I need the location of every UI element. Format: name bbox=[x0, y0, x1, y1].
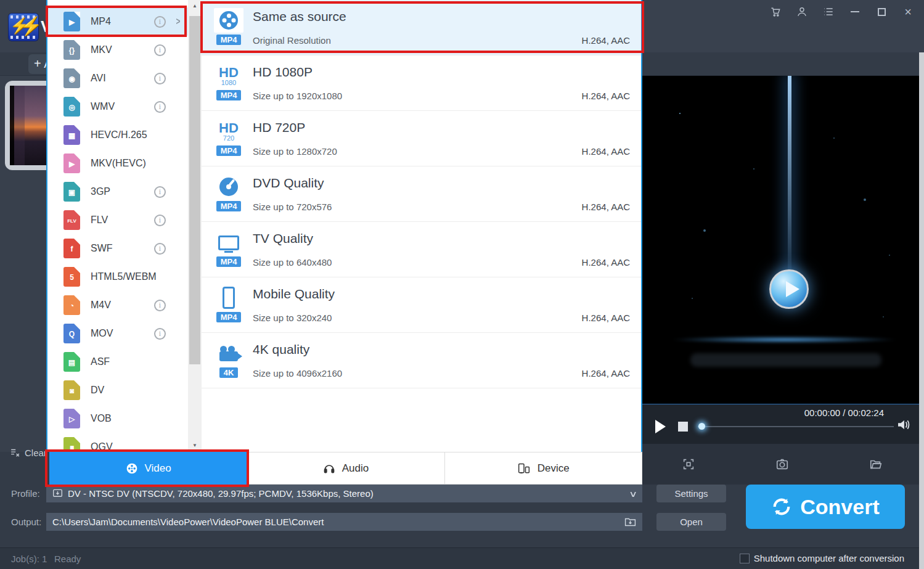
devices-icon bbox=[517, 462, 531, 475]
format-item-html5-webm[interactable]: 5HTML5/WEBM bbox=[47, 263, 188, 291]
format-glyph: ▶ bbox=[69, 18, 75, 27]
preset-codec: H.264, AAC bbox=[582, 257, 630, 268]
add-file-button[interactable]: + A bbox=[28, 54, 46, 74]
format-item-m4v[interactable]: ◔M4Vi bbox=[47, 291, 188, 319]
close-icon[interactable]: × bbox=[902, 6, 914, 18]
format-item-vob[interactable]: ▷VOB bbox=[47, 404, 188, 433]
output-path-field[interactable]: C:\Users\Jam\Documents\VideoPower\VideoP… bbox=[46, 513, 642, 531]
format-item-3gp[interactable]: ▣3GPi bbox=[47, 178, 188, 206]
playback-time: 00:00:00 / 00:02:24 bbox=[804, 407, 884, 418]
profile-label: Profile: bbox=[11, 488, 40, 499]
format-item-wmv[interactable]: ◎WMVi bbox=[47, 92, 188, 121]
volume-icon[interactable] bbox=[897, 419, 910, 433]
format-item-ogv[interactable]: ■OGV bbox=[47, 433, 188, 452]
convert-button[interactable]: Convert bbox=[746, 485, 905, 529]
format-label: VOB bbox=[91, 413, 112, 424]
preset-item-hd-1080p[interactable]: HD1080MP4HD 1080PSize up to 1920x1080H.2… bbox=[202, 55, 641, 111]
open-button[interactable]: Open bbox=[656, 513, 726, 531]
format-scrollbar[interactable]: ▲ ▼ bbox=[188, 0, 202, 452]
format-item-swf[interactable]: fSWFi bbox=[47, 234, 188, 263]
format-glyph: Q bbox=[69, 330, 75, 338]
format-label: FLV bbox=[91, 215, 108, 226]
info-icon[interactable]: i bbox=[154, 215, 166, 226]
cart-icon[interactable] bbox=[769, 6, 782, 18]
fullscreen-icon[interactable] bbox=[682, 457, 695, 473]
seek-handle[interactable] bbox=[698, 423, 705, 430]
preset-item-same-as-source[interactable]: MP4Same as sourceOriginal ResolutionH.26… bbox=[202, 0, 641, 55]
preset-icon: MP4 bbox=[214, 8, 243, 45]
preset-item-tv-quality[interactable]: MP4TV QualitySize up to 640x480H.264, AA… bbox=[202, 222, 641, 277]
chevron-down-icon: ∨ bbox=[629, 489, 637, 499]
tab-device[interactable]: Device bbox=[445, 452, 642, 485]
format-file-icon: ◉ bbox=[63, 68, 80, 88]
format-item-flv[interactable]: FLVFLVi bbox=[47, 206, 188, 234]
preset-icon: 4K bbox=[214, 341, 243, 378]
thumbnail-image bbox=[10, 86, 46, 165]
preset-icon: HD720MP4 bbox=[214, 119, 243, 156]
info-icon[interactable]: i bbox=[154, 186, 166, 198]
format-item-avi[interactable]: ◉AVIi bbox=[47, 64, 188, 92]
user-icon[interactable] bbox=[796, 6, 808, 18]
scroll-down-icon[interactable]: ▼ bbox=[188, 440, 202, 452]
preset-item-mobile-quality[interactable]: MP4Mobile QualitySize up to 320x240H.264… bbox=[202, 277, 641, 333]
shutdown-option[interactable]: Shutdown computer after conversion bbox=[740, 553, 904, 563]
info-icon[interactable]: i bbox=[154, 243, 166, 255]
preset-list: MP4Same as sourceOriginal ResolutionH.26… bbox=[202, 0, 641, 388]
format-file-icon: 5 bbox=[63, 267, 80, 287]
info-icon[interactable]: i bbox=[154, 73, 166, 84]
format-badge: MP4 bbox=[216, 90, 242, 100]
format-item-mp4[interactable]: ▶MP4i> bbox=[47, 7, 188, 36]
format-item-hevc-h-265[interactable]: ▦HEVC/H.265 bbox=[47, 121, 188, 149]
format-glyph: 5 bbox=[70, 273, 74, 282]
dvd-shape bbox=[219, 178, 238, 196]
category-tabs: VideoAudioDevice bbox=[49, 452, 642, 485]
format-item-mkv[interactable]: {}MKVi bbox=[47, 36, 188, 64]
scroll-up-icon[interactable]: ▲ bbox=[188, 0, 202, 12]
preset-title: TV Quality bbox=[253, 231, 313, 246]
status-text: Ready bbox=[54, 554, 81, 564]
maximize-icon[interactable] bbox=[875, 6, 888, 18]
tab-audio[interactable]: Audio bbox=[247, 452, 444, 485]
format-glyph: ▦ bbox=[68, 131, 75, 140]
browse-folder-icon[interactable] bbox=[624, 517, 636, 527]
minimize-icon[interactable] bbox=[849, 6, 861, 18]
format-item-mov[interactable]: QMOVi bbox=[47, 319, 188, 348]
menu-list-icon[interactable] bbox=[822, 6, 835, 18]
profile-select[interactable]: DV - NTSC DV (NTSCDV, 720x480, 29.97fps;… bbox=[46, 485, 642, 502]
format-item-mkv-hevc-[interactable]: ▶MKV(HEVC) bbox=[47, 149, 188, 178]
scrollbar-thumb[interactable] bbox=[189, 16, 200, 364]
preset-item-dvd-quality[interactable]: MP4DVD QualitySize up to 720x576H.264, A… bbox=[202, 166, 641, 222]
snapshot-camera-icon[interactable] bbox=[775, 457, 789, 473]
player-controls: 00:00:00 / 00:02:24 bbox=[642, 404, 919, 444]
clear-button[interactable]: Clear bbox=[10, 448, 47, 458]
info-icon[interactable]: i bbox=[154, 300, 166, 311]
preset-title: DVD Quality bbox=[253, 176, 324, 190]
info-icon[interactable]: i bbox=[154, 16, 166, 28]
format-item-asf[interactable]: ▤ASF bbox=[47, 348, 188, 376]
format-glyph: ▷ bbox=[69, 415, 75, 424]
format-item-dv[interactable]: ◙DV bbox=[47, 376, 188, 404]
settings-button[interactable]: Settings bbox=[656, 485, 726, 502]
info-icon[interactable]: i bbox=[154, 44, 166, 56]
preset-codec: H.264, AAC bbox=[582, 91, 630, 101]
info-icon[interactable]: i bbox=[154, 328, 166, 340]
preset-icon: MP4 bbox=[214, 230, 243, 267]
format-label: MKV bbox=[91, 44, 112, 55]
stop-button[interactable] bbox=[678, 422, 688, 432]
open-folder-icon[interactable] bbox=[869, 457, 883, 473]
video-preview[interactable] bbox=[642, 76, 919, 404]
format-file-icon: FLV bbox=[63, 210, 80, 230]
play-button[interactable] bbox=[655, 420, 666, 433]
format-glyph: ▤ bbox=[68, 358, 75, 367]
chevron-right-icon: > bbox=[176, 15, 181, 28]
output-value: C:\Users\Jam\Documents\VideoPower\VideoP… bbox=[52, 517, 619, 527]
seek-bar[interactable] bbox=[698, 426, 894, 427]
preset-item-hd-720p[interactable]: HD720MP4HD 720PSize up to 1280x720H.264,… bbox=[202, 111, 641, 166]
preset-item-4k-quality[interactable]: 4K4K qualitySize up to 4096x2160H.264, A… bbox=[202, 333, 641, 388]
format-label: M4V bbox=[91, 300, 111, 311]
tab-video[interactable]: Video bbox=[49, 452, 247, 485]
video-thumbnail[interactable] bbox=[5, 81, 46, 170]
clear-list-icon bbox=[10, 448, 20, 458]
shutdown-checkbox[interactable] bbox=[740, 554, 750, 563]
info-icon[interactable]: i bbox=[154, 101, 166, 113]
